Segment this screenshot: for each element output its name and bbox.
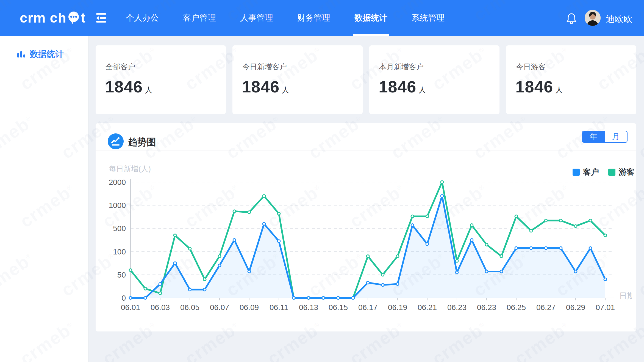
- data-point: [604, 278, 607, 281]
- x-tick-label: 06.19: [388, 303, 407, 312]
- stat-unit: 人: [555, 85, 563, 95]
- toggle-year-button[interactable]: 年: [582, 131, 605, 142]
- y-tick-label: 50: [117, 271, 126, 279]
- stat-card-total-customers: 全部客户 1846人: [96, 45, 226, 114]
- data-point: [233, 239, 236, 242]
- y-tick-label: 500: [113, 224, 126, 233]
- data-point: [456, 271, 458, 274]
- data-point: [203, 288, 206, 291]
- logo-text-left: crm ch: [20, 10, 66, 26]
- y-tick-label: 0: [121, 294, 126, 302]
- nav-item-personal-office[interactable]: 个人办公: [124, 0, 160, 36]
- data-point: [174, 262, 176, 265]
- trend-chart: 05010050010002000每日新增(人)06.0106.0306.050…: [104, 164, 632, 320]
- stat-card-today-new-customers: 今日新增客户 1846人: [232, 45, 363, 114]
- data-point: [307, 297, 310, 299]
- stat-label: 今日新增客户: [242, 62, 287, 72]
- x-tick-label: 06.23: [447, 303, 467, 312]
- app-logo[interactable]: crm cht: [20, 9, 86, 26]
- x-tick-label: 06.01: [121, 303, 140, 312]
- data-point: [248, 211, 251, 214]
- top-header: crm cht 个人办公 客户管理 人事管理 财务管理 数据统计 系统管理 迪欧…: [0, 0, 644, 36]
- nav-item-finance-mgmt[interactable]: 财务管理: [296, 0, 332, 36]
- data-point: [411, 215, 414, 218]
- data-point: [574, 270, 577, 273]
- x-tick-label: 06.29: [566, 303, 585, 312]
- x-tick-label: 06.25: [507, 303, 526, 312]
- x-tick-label: 06.27: [536, 303, 556, 312]
- data-point: [292, 297, 295, 299]
- sidebar-item-data-statistics[interactable]: 数据统计: [0, 36, 88, 60]
- data-point: [248, 270, 251, 273]
- data-point: [530, 229, 532, 232]
- logo-text-right: t: [81, 10, 86, 26]
- sidebar-item-label: 数据统计: [30, 48, 64, 60]
- data-point: [129, 297, 132, 299]
- period-toggle: 年 月: [582, 131, 628, 143]
- divider: [96, 150, 636, 150]
- data-point: [188, 247, 191, 250]
- chat-bubble-icon: [67, 11, 80, 25]
- x-tick-label: 06.13: [299, 303, 318, 312]
- notification-bell-icon[interactable]: [565, 12, 578, 24]
- stat-card-month-new-customers: 本月新增客户 1846人: [369, 45, 499, 114]
- data-point: [485, 270, 488, 273]
- trend-title: 趋势图: [128, 136, 156, 149]
- data-point: [144, 287, 147, 290]
- x-tick-label: 06.03: [151, 303, 170, 312]
- user-name[interactable]: 迪欧欧: [606, 13, 632, 25]
- nav-item-customer-mgmt[interactable]: 客户管理: [181, 0, 218, 36]
- main-nav: 个人办公 客户管理 人事管理 财务管理 数据统计 系统管理: [124, 0, 446, 36]
- user-avatar[interactable]: [585, 10, 601, 26]
- bar-chart-icon: [17, 50, 25, 58]
- data-point: [545, 247, 547, 249]
- data-point: [233, 210, 236, 213]
- x-tick-label: 06.07: [210, 303, 229, 312]
- nav-item-data-statistics[interactable]: 数据统计: [353, 0, 389, 36]
- y-tick-label: 1000: [109, 201, 126, 210]
- data-point: [574, 225, 577, 227]
- data-point: [470, 239, 473, 242]
- data-point: [322, 297, 325, 299]
- nav-item-system-mgmt[interactable]: 系统管理: [410, 0, 446, 36]
- data-point: [500, 255, 503, 257]
- data-point: [559, 247, 562, 249]
- stat-value: 1846: [379, 77, 416, 96]
- data-point: [396, 283, 399, 286]
- data-point: [367, 281, 369, 284]
- nav-item-hr-mgmt[interactable]: 人事管理: [238, 0, 275, 36]
- data-point: [396, 255, 399, 257]
- stat-label: 本月新增客户: [379, 62, 424, 72]
- data-point: [441, 181, 443, 183]
- x-tick-label: 06.21: [418, 303, 437, 312]
- y-tick-label: 2000: [109, 178, 126, 187]
- stat-label: 今日游客: [516, 62, 546, 72]
- data-point: [589, 219, 592, 222]
- data-point: [159, 283, 162, 286]
- stat-label: 全部客户: [106, 62, 135, 72]
- data-point: [381, 284, 384, 286]
- data-point: [218, 255, 221, 257]
- toggle-month-button[interactable]: 月: [605, 131, 627, 142]
- data-point: [530, 247, 532, 249]
- collapse-menu-icon[interactable]: [96, 13, 107, 23]
- data-point: [129, 269, 132, 272]
- data-point: [426, 215, 429, 218]
- x-axis-title: 日期: [619, 292, 632, 300]
- data-point: [559, 219, 562, 222]
- data-point: [337, 297, 340, 299]
- x-tick-label: 06.17: [358, 303, 377, 312]
- data-point: [367, 255, 369, 257]
- data-point: [159, 292, 162, 295]
- x-tick-label: 06.09: [240, 303, 259, 312]
- trend-line-icon: [108, 133, 124, 149]
- data-point: [411, 224, 414, 227]
- x-tick-label: 06.05: [180, 303, 199, 312]
- data-point: [203, 278, 206, 281]
- x-tick-label: 06.11: [270, 303, 288, 312]
- data-point: [277, 212, 280, 215]
- stat-unit: 人: [282, 85, 289, 95]
- data-point: [589, 247, 592, 249]
- stat-value: 1846: [515, 77, 553, 96]
- data-point: [352, 297, 354, 299]
